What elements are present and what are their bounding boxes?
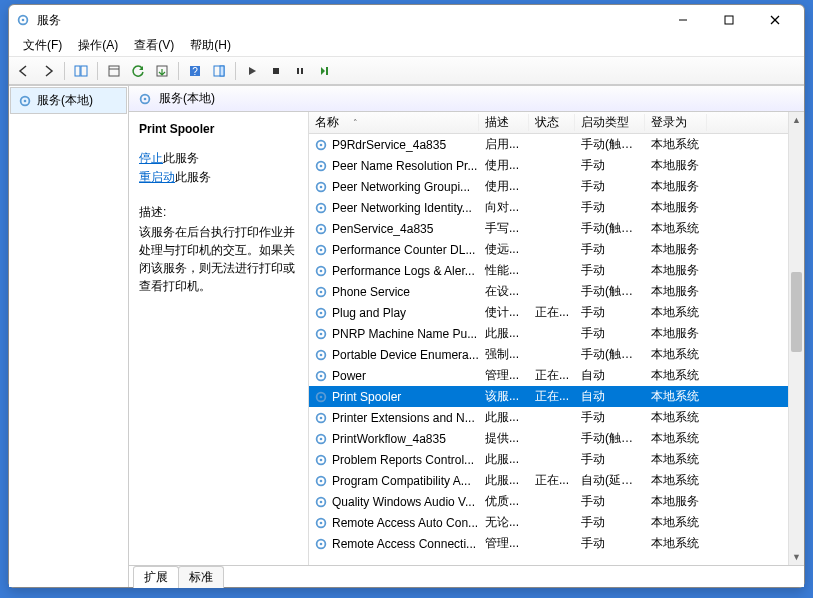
service-row[interactable]: Program Compatibility A...此服...正在...自动(延… <box>309 470 804 491</box>
restart-service-link[interactable]: 重启动 <box>139 170 175 184</box>
service-desc-cell: 提供... <box>479 430 529 447</box>
toolbar-separator <box>64 62 65 80</box>
stop-service-link[interactable]: 停止 <box>139 151 163 165</box>
restart-service-button[interactable] <box>313 60 335 82</box>
service-name-cell: Program Compatibility A... <box>332 474 479 488</box>
close-button[interactable] <box>752 5 798 35</box>
service-row[interactable]: Print Spooler该服...正在...自动本地系统 <box>309 386 804 407</box>
start-service-button[interactable] <box>241 60 263 82</box>
content-header: 服务(本地) <box>129 86 804 112</box>
services-window: 服务 文件(F) 操作(A) 查看(V) 帮助(H) ? <box>8 4 805 588</box>
service-name-cell: P9RdrService_4a835 <box>332 138 479 152</box>
service-startup-cell: 手动 <box>575 325 645 342</box>
service-row[interactable]: Performance Logs & Aler...性能...手动本地服务 <box>309 260 804 281</box>
service-desc-cell: 强制... <box>479 346 529 363</box>
service-icon <box>313 473 329 489</box>
service-desc-cell: 管理... <box>479 535 529 552</box>
svg-rect-6 <box>75 66 80 76</box>
tab-extended[interactable]: 扩展 <box>133 566 179 588</box>
service-logon-cell: 本地系统 <box>645 409 707 426</box>
svg-point-32 <box>320 227 323 230</box>
menu-file[interactable]: 文件(F) <box>15 35 70 56</box>
service-icon <box>313 410 329 426</box>
service-row[interactable]: Quality Windows Audio V...优质...手动本地服务 <box>309 491 804 512</box>
menu-bar: 文件(F) 操作(A) 查看(V) 帮助(H) <box>9 35 804 57</box>
vertical-scrollbar[interactable]: ▲ ▼ <box>788 112 804 565</box>
nav-back-button[interactable] <box>13 60 35 82</box>
service-row[interactable]: Plug and Play使计...正在...手动本地系统 <box>309 302 804 323</box>
svg-point-42 <box>320 332 323 335</box>
service-desc-cell: 此服... <box>479 325 529 342</box>
service-row[interactable]: Peer Name Resolution Pr...使用...手动本地服务 <box>309 155 804 176</box>
sort-asc-icon: ˄ <box>353 118 358 128</box>
scrollbar-thumb[interactable] <box>791 272 802 352</box>
service-row[interactable]: PenService_4a835手写...手动(触发...本地系统 <box>309 218 804 239</box>
service-row[interactable]: Peer Networking Identity...向对...手动本地服务 <box>309 197 804 218</box>
service-row[interactable]: Printer Extensions and N...此服...手动本地系统 <box>309 407 804 428</box>
main-body: 服务(本地) 服务(本地) Print Spooler 停止此服务 重启动此服务… <box>9 85 804 587</box>
service-row[interactable]: P9RdrService_4a835启用...手动(触发...本地系统 <box>309 134 804 155</box>
service-row[interactable]: PNRP Machine Name Pu...此服...手动本地服务 <box>309 323 804 344</box>
service-icon <box>313 263 329 279</box>
service-logon-cell: 本地系统 <box>645 514 707 531</box>
service-row[interactable]: Problem Reports Control...此服...手动本地系统 <box>309 449 804 470</box>
service-name-cell: Portable Device Enumera... <box>332 348 479 362</box>
nav-forward-button[interactable] <box>37 60 59 82</box>
service-desc-cell: 性能... <box>479 262 529 279</box>
pause-service-button[interactable] <box>289 60 311 82</box>
service-name-cell: Print Spooler <box>332 390 479 404</box>
service-startup-cell: 自动 <box>575 388 645 405</box>
svg-point-62 <box>320 542 323 545</box>
service-name-cell: PrintWorkflow_4a835 <box>332 432 479 446</box>
service-logon-cell: 本地系统 <box>645 472 707 489</box>
toolbar-separator <box>235 62 236 80</box>
properties-button[interactable] <box>103 60 125 82</box>
export-list-button[interactable] <box>151 60 173 82</box>
service-icon <box>313 200 329 216</box>
service-row[interactable]: Portable Device Enumera...强制...手动(触发...本… <box>309 344 804 365</box>
minimize-button[interactable] <box>660 5 706 35</box>
menu-view[interactable]: 查看(V) <box>126 35 182 56</box>
column-header-startup[interactable]: 启动类型 <box>575 114 645 131</box>
svg-point-54 <box>320 458 323 461</box>
svg-point-46 <box>320 374 323 377</box>
stop-service-button[interactable] <box>265 60 287 82</box>
service-desc-cell: 管理... <box>479 367 529 384</box>
show-hide-tree-button[interactable] <box>70 60 92 82</box>
tab-standard[interactable]: 标准 <box>178 566 224 588</box>
svg-point-52 <box>320 437 323 440</box>
column-header-desc[interactable]: 描述 <box>479 114 529 131</box>
service-row[interactable]: Peer Networking Groupi...使用...手动本地服务 <box>309 176 804 197</box>
action-pane-button[interactable] <box>208 60 230 82</box>
column-header-status[interactable]: 状态 <box>529 114 575 131</box>
gear-icon <box>137 91 153 107</box>
service-row[interactable]: Remote Access Connecti...管理...手动本地系统 <box>309 533 804 554</box>
service-desc-cell: 使用... <box>479 157 529 174</box>
svg-point-48 <box>320 395 323 398</box>
service-row[interactable]: Phone Service在设...手动(触发...本地服务 <box>309 281 804 302</box>
svg-rect-18 <box>326 67 328 75</box>
menu-action[interactable]: 操作(A) <box>70 35 126 56</box>
maximize-button[interactable] <box>706 5 752 35</box>
svg-rect-15 <box>273 68 279 74</box>
menu-help[interactable]: 帮助(H) <box>182 35 239 56</box>
nav-services-local[interactable]: 服务(本地) <box>10 87 127 114</box>
service-name-cell: Power <box>332 369 479 383</box>
svg-text:?: ? <box>192 66 198 77</box>
service-row[interactable]: Remote Access Auto Con...无论...手动本地系统 <box>309 512 804 533</box>
service-startup-cell: 手动 <box>575 157 645 174</box>
help-button[interactable]: ? <box>184 60 206 82</box>
column-header-logon[interactable]: 登录为 <box>645 114 707 131</box>
refresh-button[interactable] <box>127 60 149 82</box>
svg-point-58 <box>320 500 323 503</box>
column-header-name[interactable]: 名称˄ <box>309 114 479 131</box>
service-row[interactable]: Power管理...正在...自动本地系统 <box>309 365 804 386</box>
service-row[interactable]: PrintWorkflow_4a835提供...手动(触发...本地系统 <box>309 428 804 449</box>
service-icon <box>313 137 329 153</box>
scroll-up-icon[interactable]: ▲ <box>789 112 804 128</box>
service-list-body: P9RdrService_4a835启用...手动(触发...本地系统Peer … <box>309 134 804 565</box>
scroll-down-icon[interactable]: ▼ <box>789 549 804 565</box>
split-body: Print Spooler 停止此服务 重启动此服务 描述: 该服务在后台执行打… <box>129 112 804 565</box>
service-desc-cell: 无论... <box>479 514 529 531</box>
service-row[interactable]: Performance Counter DL...使远...手动本地服务 <box>309 239 804 260</box>
